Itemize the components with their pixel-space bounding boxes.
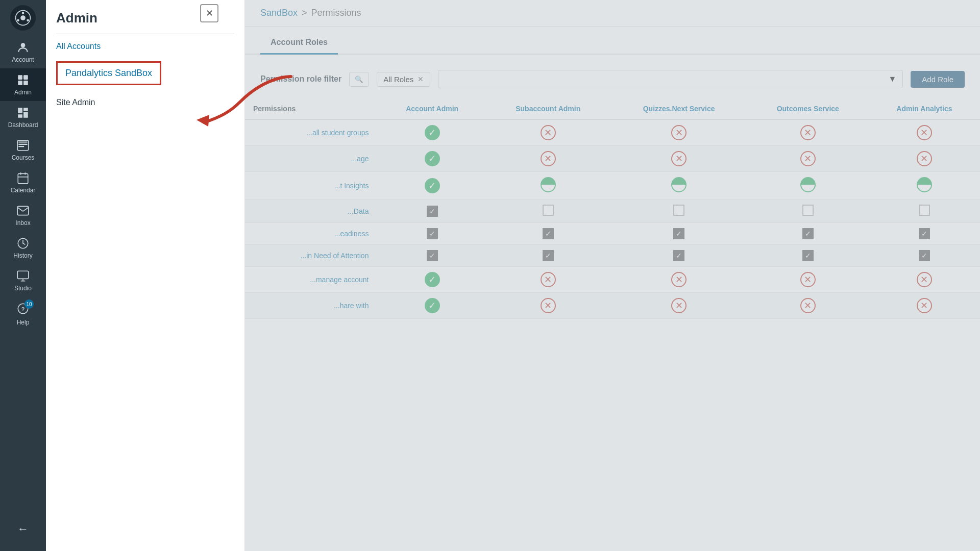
check-icon: ✓ (425, 298, 440, 313)
sidebar-item-admin[interactable]: Admin (0, 68, 46, 101)
admin-analytics-cell[interactable]: ✓ (869, 245, 980, 267)
quizzes-next-cell[interactable]: ✓ (611, 223, 747, 245)
checkbox-empty-icon[interactable] (919, 205, 930, 216)
checkbox-checked-icon[interactable]: ✓ (673, 250, 684, 261)
checkbox-checked-icon[interactable]: ✓ (427, 250, 438, 261)
permission-name[interactable]: ...Data (245, 199, 379, 223)
table-row: ...all student groups✓✕✕✕✕ (245, 119, 980, 146)
account-admin-cell[interactable]: ✓ (379, 199, 485, 223)
subaccount-admin-cell[interactable]: ✓ (485, 223, 611, 245)
col-permissions: Permissions (245, 98, 379, 119)
svg-point-3 (27, 19, 29, 21)
svg-text:?: ? (21, 306, 25, 312)
permission-name[interactable]: ...eadiness (245, 223, 379, 245)
x-icon: ✕ (671, 125, 687, 140)
table-row: ...in Need of Attention✓✓✓✓✓ (245, 245, 980, 267)
subaccount-admin-cell: ✕ (485, 293, 611, 319)
checkbox-checked-icon[interactable]: ✓ (427, 228, 438, 239)
sidebar-item-help[interactable]: ? 10 Help (0, 297, 46, 331)
close-button[interactable]: ✕ (200, 4, 218, 22)
sidebar-item-courses[interactable]: Courses (0, 134, 46, 166)
tabs-bar: Account Roles (245, 32, 980, 55)
sidebar-logo[interactable] (10, 5, 36, 31)
quizzes-next-cell[interactable]: ✓ (611, 245, 747, 267)
checkbox-checked-icon[interactable]: ✓ (802, 228, 814, 239)
sidebar-nav: Account Admin Dashboard Courses Calendar… (0, 36, 46, 517)
svg-rect-7 (23, 75, 28, 80)
outcomes-service-cell[interactable] (747, 199, 869, 223)
permission-name[interactable]: ...age (245, 146, 379, 172)
breadcrumb-sandbox[interactable]: SandBox (260, 8, 298, 18)
permission-name[interactable]: ...all student groups (245, 119, 379, 146)
role-chip: All Roles ✕ (377, 72, 430, 87)
checkbox-checked-icon[interactable]: ✓ (673, 228, 684, 239)
tab-account-roles[interactable]: Account Roles (260, 32, 338, 55)
account-admin-cell: ✓ (379, 119, 485, 146)
checkbox-checked-icon[interactable]: ✓ (427, 206, 438, 217)
subaccount-admin-cell: ✕ (485, 267, 611, 293)
checkbox-empty-icon[interactable] (673, 205, 684, 216)
checkbox-checked-icon[interactable]: ✓ (543, 250, 554, 261)
col-admin-analytics[interactable]: Admin Analytics (869, 98, 980, 119)
filter-label: Permission role filter (260, 74, 341, 84)
admin-analytics-cell[interactable] (869, 199, 980, 223)
x-icon: ✕ (541, 125, 556, 140)
sidebar-item-inbox[interactable]: Inbox (0, 199, 46, 232)
table-row: ...hare with✓✕✕✕✕ (245, 293, 980, 319)
site-admin-link[interactable]: Site Admin (56, 98, 234, 107)
svg-rect-11 (18, 173, 28, 184)
outcomes-service-cell: ✕ (747, 267, 869, 293)
checkbox-checked-icon[interactable]: ✓ (919, 250, 930, 261)
checkbox-empty-icon[interactable] (543, 205, 554, 216)
permission-name[interactable]: ...manage account (245, 267, 379, 293)
quizzes-next-cell: ✕ (611, 119, 747, 146)
checkbox-checked-icon[interactable]: ✓ (919, 228, 930, 239)
col-outcomes-service[interactable]: Outcomes Service (747, 98, 869, 119)
x-icon: ✕ (917, 125, 932, 140)
checkbox-checked-icon[interactable]: ✓ (543, 228, 554, 239)
checkbox-checked-icon[interactable]: ✓ (802, 250, 814, 261)
col-subaccount-admin[interactable]: Subaccount Admin (485, 98, 611, 119)
breadcrumb: SandBox > Permissions (245, 0, 980, 26)
svg-point-1 (20, 15, 26, 20)
x-icon: ✕ (541, 272, 556, 287)
sidebar-item-history[interactable]: History (0, 232, 46, 264)
search-button[interactable]: 🔍 (349, 72, 369, 87)
sidebar-item-account[interactable]: Account (0, 36, 46, 68)
sandbox-link[interactable]: Pandalytics SandBox (65, 68, 152, 78)
outcomes-service-cell: ✕ (747, 119, 869, 146)
subaccount-admin-cell[interactable] (485, 199, 611, 223)
role-chip-remove[interactable]: ✕ (418, 75, 424, 83)
permission-name[interactable]: ...t Insights (245, 172, 379, 199)
sidebar-item-studio[interactable]: Studio (0, 264, 46, 297)
outcomes-service-cell[interactable]: ✓ (747, 223, 869, 245)
col-account-admin[interactable]: Account Admin (379, 98, 485, 119)
add-role-button[interactable]: Add Role (911, 71, 965, 88)
subaccount-admin-cell[interactable]: ✓ (485, 245, 611, 267)
x-icon: ✕ (800, 298, 816, 313)
account-admin-cell[interactable]: ✓ (379, 223, 485, 245)
col-quizzes-next[interactable]: Quizzes.Next Service (611, 98, 747, 119)
account-admin-cell[interactable]: ✓ (379, 245, 485, 267)
svg-rect-6 (18, 75, 22, 80)
x-icon: ✕ (671, 272, 687, 287)
permission-name[interactable]: ...in Need of Attention (245, 245, 379, 267)
outcomes-service-cell[interactable]: ✓ (747, 245, 869, 267)
roles-dropdown[interactable]: ▼ (438, 70, 903, 88)
admin-analytics-cell: ✕ (869, 267, 980, 293)
check-icon: ✓ (425, 125, 440, 140)
permission-name[interactable]: ...hare with (245, 293, 379, 319)
sidebar-item-calendar[interactable]: Calendar (0, 166, 46, 199)
svg-marker-21 (197, 115, 209, 127)
admin-panel: Admin All Accounts Pandalytics SandBox S… (46, 0, 245, 551)
outcomes-service-cell: ✕ (747, 146, 869, 172)
admin-analytics-cell[interactable]: ✓ (869, 223, 980, 245)
x-icon: ✕ (800, 272, 816, 287)
quizzes-next-cell[interactable] (611, 199, 747, 223)
sidebar-item-dashboard[interactable]: Dashboard (0, 101, 46, 134)
all-accounts-link[interactable]: All Accounts (56, 42, 234, 51)
admin-analytics-cell (869, 172, 980, 199)
half-circle-icon (671, 177, 687, 192)
checkbox-empty-icon[interactable] (802, 205, 814, 216)
sidebar-collapse-button[interactable]: ← (12, 517, 34, 541)
